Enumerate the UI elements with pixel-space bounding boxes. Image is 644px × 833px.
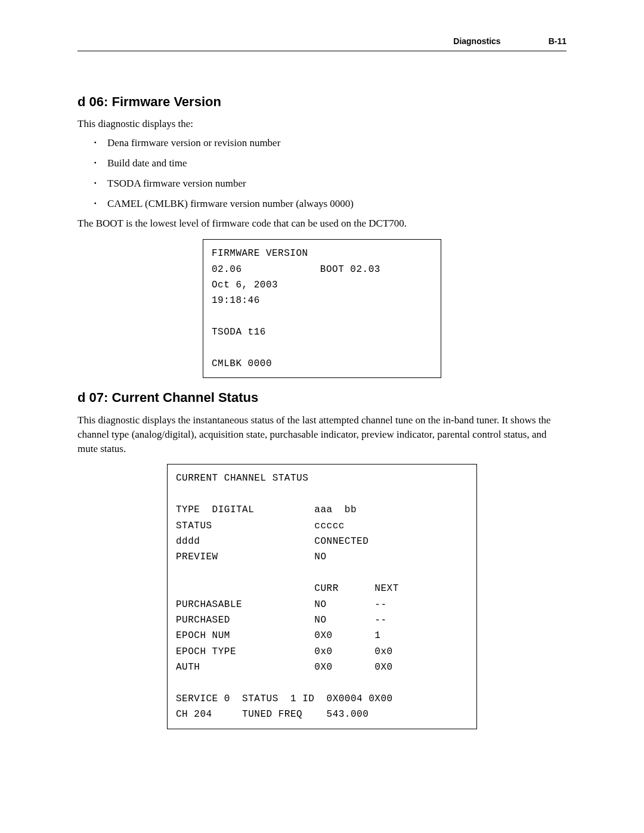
- header-rule: [78, 51, 566, 51]
- list-item: TSODA firmware version number: [94, 176, 566, 191]
- channel-intro: This diagnostic displays the instantaneo…: [78, 413, 566, 456]
- section-heading-channel: d 07: Current Channel Status: [78, 389, 566, 407]
- firmware-screen-box: FIRMWARE VERSION 02.06 BOOT 02.03 Oct 6,…: [203, 239, 441, 378]
- list-item: CAMEL (CMLBK) firmware version number (a…: [94, 197, 566, 211]
- page-header: Diagnostics B-11: [78, 36, 566, 51]
- firmware-bullet-list: Dena firmware version or revision number…: [78, 136, 566, 210]
- channel-screen-box: CURRENT CHANNEL STATUS TYPE DIGITAL aaa …: [167, 464, 477, 729]
- section-heading-firmware: d 06: Firmware Version: [78, 93, 566, 112]
- header-page-number: B-11: [549, 36, 566, 48]
- firmware-outro: The BOOT is the lowest level of firmware…: [78, 216, 566, 231]
- list-item: Dena firmware version or revision number: [94, 136, 566, 150]
- firmware-intro: This diagnostic displays the:: [78, 117, 566, 131]
- header-title: Diagnostics: [453, 36, 500, 48]
- list-item: Build date and time: [94, 156, 566, 171]
